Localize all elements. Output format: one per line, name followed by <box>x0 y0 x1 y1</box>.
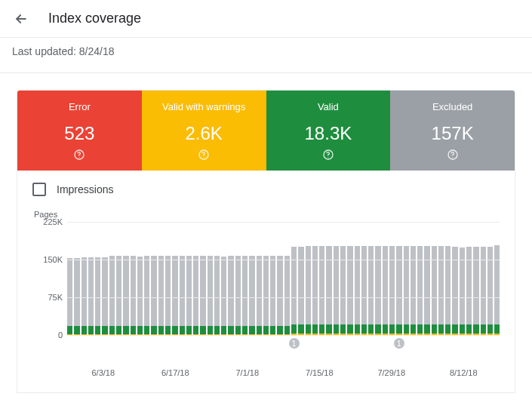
chart-bar[interactable] <box>257 256 262 335</box>
chart-bar[interactable] <box>116 256 121 335</box>
chart-bar[interactable] <box>235 256 241 335</box>
chart-plot: 225K150K75K0 11 <box>32 222 500 350</box>
status-tabs: Error 523 Valid with warnings 2.6K Valid… <box>17 91 515 171</box>
back-arrow-icon[interactable] <box>12 10 30 28</box>
chart-bar[interactable] <box>137 257 143 335</box>
tab-valid-with-warnings[interactable]: Valid with warnings 2.6K <box>142 91 266 171</box>
event-marker[interactable]: 1 <box>394 338 404 349</box>
help-icon[interactable] <box>198 149 210 161</box>
last-updated-label: Last updated: 8/24/18 <box>0 38 532 73</box>
chart-bar[interactable] <box>242 256 248 335</box>
tab-error[interactable]: Error 523 <box>17 91 142 171</box>
chart-bar[interactable] <box>158 256 164 335</box>
chart-bar[interactable] <box>214 256 220 335</box>
x-tick: 8/12/18 <box>428 368 500 377</box>
chart-bar[interactable] <box>102 257 107 335</box>
help-icon[interactable] <box>447 149 459 161</box>
tab-valid-value: 18.3K <box>305 123 352 144</box>
help-icon[interactable] <box>322 149 334 161</box>
x-tick: 7/1/18 <box>211 368 284 377</box>
chart-bar[interactable] <box>186 256 192 335</box>
chart-bar[interactable] <box>460 248 465 335</box>
chart-bar[interactable] <box>172 256 177 335</box>
tab-warnings-label: Valid with warnings <box>162 101 245 112</box>
chart-bar[interactable] <box>193 256 198 335</box>
x-tick: 7/29/18 <box>355 368 428 377</box>
chart-bar[interactable] <box>200 256 205 335</box>
event-marker[interactable]: 1 <box>289 338 300 349</box>
coverage-card: Error 523 Valid with warnings 2.6K Valid… <box>17 90 515 393</box>
chart-bar[interactable] <box>263 256 269 335</box>
svg-point-8 <box>452 157 453 158</box>
impressions-checkbox[interactable] <box>32 183 46 196</box>
chart-bar[interactable] <box>277 256 282 335</box>
chart-bar[interactable] <box>165 256 171 335</box>
impressions-label: Impressions <box>57 183 113 195</box>
x-tick: 6/17/18 <box>140 368 212 377</box>
chart-bar[interactable] <box>284 256 290 335</box>
y-tick: 0 <box>58 331 63 340</box>
tab-valid[interactable]: Valid 18.3K <box>266 91 391 171</box>
chart-bar[interactable] <box>270 256 275 335</box>
y-tick: 75K <box>48 293 63 302</box>
chart-bar[interactable] <box>88 257 94 335</box>
help-icon[interactable] <box>73 149 85 161</box>
svg-point-2 <box>79 157 80 158</box>
svg-point-6 <box>328 157 328 158</box>
chart-bar[interactable] <box>109 256 115 335</box>
chart-bar[interactable] <box>144 256 149 335</box>
tab-excluded-value: 157K <box>432 123 474 144</box>
chart-bar[interactable] <box>494 245 500 335</box>
x-tick: 7/15/18 <box>284 368 356 377</box>
page-header: Index coverage <box>0 0 532 38</box>
chart-section: Impressions Pages 225K150K75K0 11 6/3/18… <box>17 171 515 392</box>
y-axis: 225K150K75K0 <box>32 222 67 350</box>
chart-bar[interactable] <box>123 256 128 335</box>
y-tick: 150K <box>43 255 63 264</box>
y-axis-label: Pages <box>34 210 500 219</box>
chart-bar[interactable] <box>249 256 254 335</box>
chart-bar[interactable] <box>151 256 156 335</box>
x-axis: 6/3/186/17/187/1/187/15/187/29/188/12/18 <box>67 368 500 377</box>
tab-error-label: Error <box>69 101 91 112</box>
chart-bar[interactable] <box>180 256 185 335</box>
chart-bar[interactable] <box>95 257 100 335</box>
svg-point-4 <box>204 157 204 158</box>
tab-excluded-label: Excluded <box>432 101 472 112</box>
chart-bar[interactable] <box>131 256 136 335</box>
x-tick: 6/3/18 <box>67 368 140 377</box>
chart-bar[interactable] <box>228 256 233 335</box>
chart-bar[interactable] <box>221 257 226 335</box>
plot-area: 11 <box>67 222 500 335</box>
tab-error-value: 523 <box>64 123 94 144</box>
y-tick: 225K <box>43 217 63 226</box>
chart-bar[interactable] <box>81 257 87 335</box>
page-title: Index coverage <box>48 11 141 26</box>
tab-warnings-value: 2.6K <box>185 123 222 144</box>
tab-excluded[interactable]: Excluded 157K <box>390 91 515 171</box>
chart-bar[interactable] <box>208 256 213 335</box>
tab-valid-label: Valid <box>318 101 339 112</box>
